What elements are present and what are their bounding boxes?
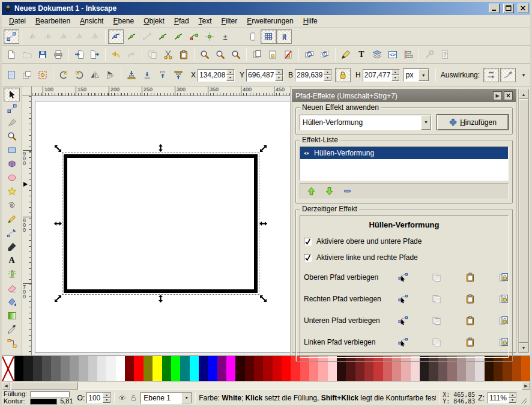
scale-handle-w[interactable] — [54, 220, 62, 228]
effect-list[interactable]: Hüllen-Verformung — [300, 146, 509, 181]
menu-bearbeiten[interactable]: Bearbeiten — [31, 16, 75, 26]
height-spinner[interactable]: ▲▼ — [391, 70, 399, 81]
palette-swatch[interactable] — [282, 356, 291, 381]
scale-handle-nw[interactable] — [54, 145, 62, 152]
paste-path-button[interactable] — [462, 291, 477, 306]
palette-swatch[interactable] — [70, 356, 79, 381]
menu-pfad[interactable]: Pfad — [169, 16, 194, 26]
canvas-viewport[interactable] — [32, 96, 290, 355]
raise-button[interactable] — [155, 68, 171, 82]
dock-scrollbar[interactable]: ▲ ▼ — [518, 89, 529, 353]
palette-swatch[interactable] — [521, 356, 530, 381]
move-effect-down-button[interactable] — [323, 185, 335, 197]
palette-scroll-left-icon[interactable]: ◀ — [2, 382, 10, 390]
zoom-input[interactable] — [488, 393, 509, 403]
horizontal-ruler[interactable]: 100150200250300350400450 — [32, 86, 290, 96]
lower-to-bottom-button[interactable] — [124, 68, 139, 82]
scroll-up-icon[interactable]: ▲ — [519, 89, 528, 99]
layer-dropdown[interactable]: Ebene 1 ▼ — [141, 392, 192, 404]
palette-swatch[interactable] — [116, 356, 125, 381]
palette-swatch[interactable] — [254, 356, 263, 381]
menu-text[interactable]: Text — [194, 16, 217, 26]
menu-objekt[interactable]: Objekt — [139, 16, 169, 26]
ellipse-tool[interactable] — [4, 170, 20, 184]
paste-path-button[interactable] — [462, 334, 477, 349]
palette-swatch[interactable] — [42, 356, 51, 381]
scale-stroke-toggle[interactable] — [483, 68, 499, 82]
edit-path-button[interactable] — [395, 291, 410, 306]
opacity-input[interactable] — [87, 393, 103, 403]
dock-scrollbar-thumb[interactable] — [519, 99, 528, 343]
box3d-tool[interactable] — [4, 157, 20, 170]
zoom-drawing-button[interactable] — [213, 47, 228, 62]
object-to-path-button[interactable] — [202, 29, 217, 44]
text-dialog-button[interactable]: T — [354, 47, 369, 62]
scale-handle-s[interactable] — [157, 295, 165, 303]
palette-swatch[interactable] — [97, 356, 106, 381]
node-cusp-button[interactable] — [108, 29, 124, 44]
xml-editor-button[interactable]: <> — [385, 47, 401, 62]
rotate-cw-button[interactable] — [71, 68, 87, 82]
show-clip-button[interactable] — [245, 29, 261, 44]
paste-path-button[interactable] — [462, 270, 477, 285]
zoom-tool[interactable] — [4, 129, 20, 143]
connector-tool[interactable] — [4, 336, 20, 350]
title-bar[interactable]: Neues Dokument 1 - Inkscape — [2, 2, 530, 15]
maximize-button[interactable] — [503, 4, 514, 13]
node-auto-button[interactable] — [155, 29, 171, 44]
palette-swatch[interactable] — [199, 356, 208, 381]
show-transform-handles-button[interactable] — [261, 29, 276, 44]
fill-stroke-dialog-button[interactable] — [338, 47, 354, 62]
menu-hilfe[interactable]: Hilfe — [298, 16, 322, 26]
spiral-tool[interactable] — [4, 198, 20, 212]
copy-path-button[interactable] — [429, 334, 444, 349]
link-path-button[interactable] — [496, 291, 511, 306]
panel-title-bar[interactable]: Pfad-Effekte (Umschalt+Strg+7) ▶ — [292, 89, 516, 102]
palette-swatch[interactable] — [217, 356, 226, 381]
remove-effect-button[interactable] — [341, 185, 353, 197]
palette-swatch[interactable] — [14, 356, 23, 381]
menu-datei[interactable]: Datei — [4, 16, 31, 26]
raise-to-top-button[interactable] — [171, 68, 186, 82]
gradient-tool[interactable] — [4, 309, 20, 322]
palette-swatch[interactable] — [33, 356, 42, 381]
palette-scrollbar-thumb[interactable] — [11, 382, 78, 390]
palette-swatch-none[interactable] — [2, 356, 14, 381]
palette-swatch[interactable] — [180, 356, 189, 381]
segment-line-button[interactable] — [171, 29, 186, 44]
text-tool[interactable]: A — [4, 253, 20, 267]
segment-curve-button[interactable] — [186, 29, 202, 44]
layer-visibility-eye-icon[interactable] — [118, 394, 126, 402]
move-effect-up-button[interactable] — [305, 185, 317, 197]
scale-handle-n[interactable] — [157, 144, 165, 152]
palette-swatch[interactable] — [153, 356, 162, 381]
create-clone-button[interactable] — [265, 47, 280, 62]
selected-rectangle[interactable] — [64, 154, 258, 293]
palette-swatch[interactable] — [61, 356, 70, 381]
edit-path-button[interactable] — [395, 313, 410, 328]
height-input[interactable] — [363, 70, 391, 81]
stroke-color-swatch[interactable] — [30, 399, 57, 405]
new-document-button[interactable] — [4, 47, 19, 62]
add-effect-button[interactable]: Hinzufügen — [437, 114, 509, 130]
node-smooth-button[interactable] — [124, 29, 139, 44]
palette-swatch[interactable] — [273, 356, 282, 381]
scale-handle-ne[interactable] — [259, 145, 267, 152]
flip-horizontal-button[interactable] — [87, 68, 103, 82]
palette-swatch[interactable] — [171, 356, 180, 381]
opacity-spinner[interactable]: ▲▼ — [103, 393, 110, 403]
tweak-tool[interactable] — [4, 115, 20, 129]
export-button[interactable] — [87, 47, 103, 62]
stroke-to-path-button[interactable]: ± — [217, 29, 233, 44]
scale-handle-sw[interactable] — [54, 295, 62, 303]
star-tool[interactable] — [4, 184, 20, 198]
panel-close-button[interactable] — [504, 91, 513, 100]
selector-tool[interactable] — [4, 88, 20, 101]
select-touching-button[interactable] — [19, 68, 35, 82]
scale-handle-se[interactable] — [259, 295, 267, 303]
palette-swatch[interactable] — [88, 356, 97, 381]
import-button[interactable] — [71, 47, 87, 62]
checkbox-1[interactable] — [304, 254, 312, 262]
palette-swatch[interactable] — [125, 356, 134, 381]
link-path-button[interactable] — [496, 270, 511, 285]
